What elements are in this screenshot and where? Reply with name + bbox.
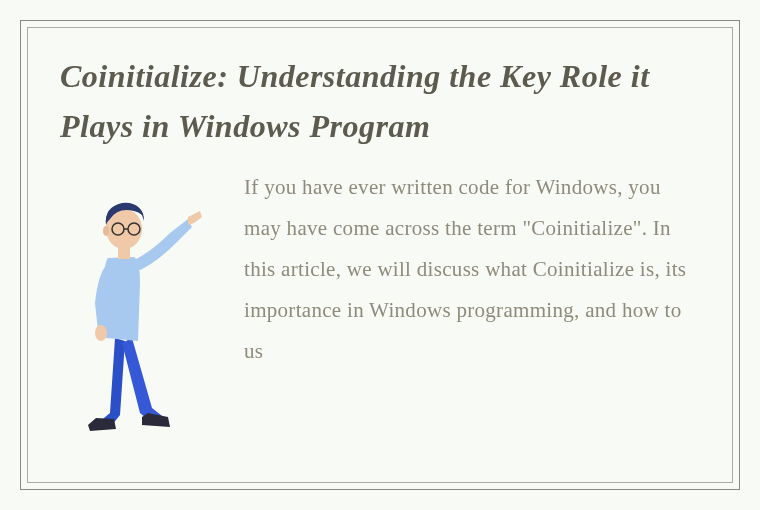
outer-border: Coinitialize: Understanding the Key Role…: [20, 20, 740, 490]
article-body: If you have ever written code for Window…: [244, 163, 700, 372]
svg-point-6: [103, 226, 109, 236]
inner-border: Coinitialize: Understanding the Key Role…: [27, 27, 733, 483]
person-pointing-illustration: [60, 163, 220, 443]
svg-point-0: [95, 325, 107, 341]
content-row: If you have ever written code for Window…: [60, 163, 700, 443]
article-title: Coinitialize: Understanding the Key Role…: [60, 52, 700, 151]
